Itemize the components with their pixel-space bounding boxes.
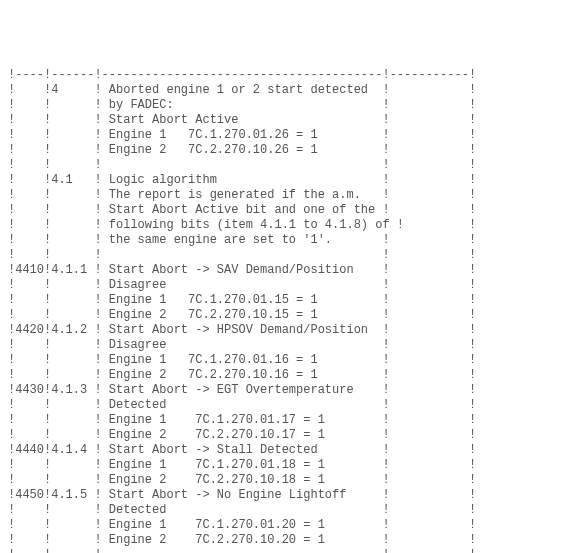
- document-text: !----!------!---------------------------…: [8, 68, 572, 553]
